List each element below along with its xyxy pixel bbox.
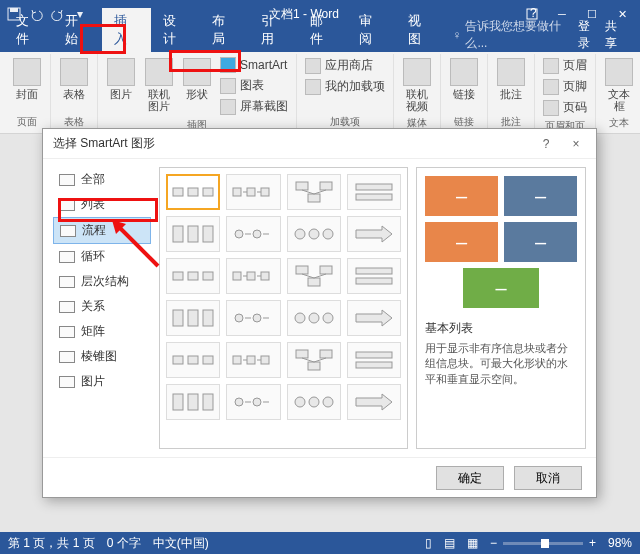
category-list: 全部 列表 流程 循环 层次结构 关系 矩阵 棱锥图 图片: [53, 167, 151, 449]
redo-icon[interactable]: [48, 4, 68, 24]
qat-dropdown-icon[interactable]: ▾: [70, 4, 90, 24]
layout-thumb[interactable]: [347, 300, 401, 336]
svg-rect-52: [356, 362, 392, 368]
svg-rect-42: [173, 356, 183, 364]
svg-rect-4: [173, 188, 183, 196]
layout-thumb[interactable]: [226, 300, 280, 336]
layout-thumb[interactable]: [166, 300, 220, 336]
layout-thumb[interactable]: [287, 300, 341, 336]
link-button[interactable]: 链接: [447, 56, 481, 102]
screenshot-button[interactable]: 屏幕截图: [218, 97, 290, 116]
login-link[interactable]: 登录: [578, 18, 601, 52]
cat-relationship[interactable]: 关系: [53, 294, 151, 319]
cat-all[interactable]: 全部: [53, 167, 151, 192]
svg-rect-17: [203, 226, 213, 242]
textbox-button[interactable]: 文本框: [602, 56, 636, 114]
picture-button[interactable]: 图片: [104, 56, 138, 102]
layout-thumb[interactable]: [226, 342, 280, 378]
table-button[interactable]: 表格: [57, 56, 91, 102]
bulb-icon: ♀: [452, 28, 461, 42]
svg-rect-29: [296, 266, 308, 274]
svg-rect-50: [308, 362, 320, 370]
cover-page-button[interactable]: 封面: [10, 56, 44, 102]
dialog-help-icon[interactable]: ?: [536, 137, 556, 151]
svg-point-38: [253, 314, 261, 322]
cat-pyramid[interactable]: 棱锥图: [53, 344, 151, 369]
layout-thumb[interactable]: [226, 216, 280, 252]
view-read-icon[interactable]: ▯: [425, 536, 432, 550]
view-web-icon[interactable]: ▦: [467, 536, 478, 550]
svg-rect-54: [188, 394, 198, 410]
layout-thumb[interactable]: [287, 174, 341, 210]
footer-button[interactable]: 页脚: [541, 77, 589, 96]
svg-rect-16: [188, 226, 198, 242]
layout-thumb[interactable]: [287, 342, 341, 378]
cat-list[interactable]: 列表: [53, 192, 151, 217]
svg-rect-55: [203, 394, 213, 410]
layout-grid[interactable]: [159, 167, 408, 449]
comment-button[interactable]: 批注: [494, 56, 528, 102]
layout-thumb[interactable]: [166, 216, 220, 252]
zoom-percent[interactable]: 98%: [608, 536, 632, 550]
shapes-button[interactable]: 形状: [180, 56, 214, 102]
layout-thumb[interactable]: [166, 384, 220, 420]
svg-rect-8: [247, 188, 255, 196]
tab-view[interactable]: 视图: [396, 8, 445, 52]
smartart-dialog: 选择 SmartArt 图形 ? × 全部 列表 流程 循环 层次结构 关系 矩…: [42, 128, 597, 498]
cancel-button[interactable]: 取消: [514, 466, 582, 490]
layout-thumb[interactable]: [166, 174, 220, 210]
smartart-button[interactable]: SmartArt: [218, 56, 290, 74]
svg-rect-31: [308, 278, 320, 286]
svg-point-19: [253, 230, 261, 238]
cat-process[interactable]: 流程: [53, 217, 151, 244]
share-button[interactable]: 共享: [605, 18, 628, 52]
cat-cycle[interactable]: 循环: [53, 244, 151, 269]
svg-rect-47: [261, 356, 269, 364]
cat-hierarchy[interactable]: 层次结构: [53, 269, 151, 294]
tab-review[interactable]: 审阅: [347, 8, 396, 52]
layout-thumb[interactable]: [226, 384, 280, 420]
online-video-button[interactable]: 联机视频: [400, 56, 434, 114]
layout-thumb[interactable]: [166, 258, 220, 294]
layout-thumb[interactable]: [347, 342, 401, 378]
layout-thumb[interactable]: [287, 384, 341, 420]
page-number-button[interactable]: 页码: [541, 98, 589, 117]
svg-rect-33: [356, 278, 392, 284]
zoom-slider[interactable]: −+: [490, 536, 596, 550]
online-picture-button[interactable]: 联机图片: [142, 56, 176, 114]
cat-matrix[interactable]: 矩阵: [53, 319, 151, 344]
undo-icon[interactable]: [26, 4, 46, 24]
svg-point-58: [295, 397, 305, 407]
layout-thumb[interactable]: [347, 384, 401, 420]
layout-thumb[interactable]: [347, 216, 401, 252]
layout-thumb[interactable]: [166, 342, 220, 378]
svg-rect-11: [320, 182, 332, 190]
chart-button[interactable]: 图表: [218, 76, 290, 95]
layout-thumb[interactable]: [287, 258, 341, 294]
tab-insert[interactable]: 插入: [102, 8, 151, 52]
tab-mailings[interactable]: 邮件: [298, 8, 347, 52]
my-addins-button[interactable]: 我的加载项: [303, 77, 387, 96]
dialog-close-icon[interactable]: ×: [566, 137, 586, 151]
layout-thumb[interactable]: [347, 174, 401, 210]
store-button[interactable]: 应用商店: [303, 56, 387, 75]
tab-layout[interactable]: 布局: [200, 8, 249, 52]
tab-design[interactable]: 设计: [151, 8, 200, 52]
layout-thumb[interactable]: [226, 258, 280, 294]
tab-references[interactable]: 引用: [249, 8, 298, 52]
tell-me-search[interactable]: ♀告诉我您想要做什么...: [452, 18, 578, 52]
cat-picture[interactable]: 图片: [53, 369, 151, 394]
layout-thumb[interactable]: [226, 174, 280, 210]
status-language[interactable]: 中文(中国): [153, 535, 209, 552]
layout-thumb[interactable]: [287, 216, 341, 252]
status-page[interactable]: 第 1 页，共 1 页: [8, 535, 95, 552]
view-print-icon[interactable]: ▤: [444, 536, 455, 550]
save-icon[interactable]: [4, 4, 24, 24]
ok-button[interactable]: 确定: [436, 466, 504, 490]
dialog-title: 选择 SmartArt 图形: [53, 135, 155, 152]
svg-rect-46: [247, 356, 255, 364]
header-button[interactable]: 页眉: [541, 56, 589, 75]
preview-title: 基本列表: [425, 320, 577, 337]
status-words[interactable]: 0 个字: [107, 535, 141, 552]
layout-thumb[interactable]: [347, 258, 401, 294]
